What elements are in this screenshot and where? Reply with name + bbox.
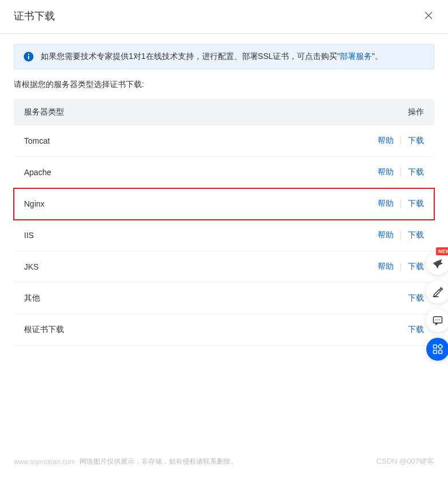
banner-text: 如果您需要技术专家提供1对1在线技术支持，进行配置、部署SSL证书，可点击购买"… <box>41 52 383 62</box>
svg-point-3 <box>28 54 29 55</box>
csdn-watermark: CSDN @007键客 <box>376 456 434 467</box>
download-link[interactable]: 下载 <box>401 262 424 272</box>
info-icon <box>23 52 34 62</box>
help-link[interactable]: 帮助 <box>371 262 401 272</box>
info-banner: 如果您需要技术专家提供1对1在线技术支持，进行配置、部署SSL证书，可点击购买"… <box>14 44 434 69</box>
close-icon <box>424 11 433 20</box>
actions-cell: 下载 <box>401 325 424 335</box>
server-type-cell: 其他 <box>24 293 401 303</box>
actions-cell: 帮助下载 <box>371 167 424 177</box>
server-type-cell: Nginx <box>24 199 371 208</box>
footer-note: 网络图片仅供展示，非存储，如有侵权请联系删除。 <box>80 457 237 467</box>
apps-icon <box>432 343 443 355</box>
help-link[interactable]: 帮助 <box>371 230 401 240</box>
table-row: 其他下载 <box>14 283 434 314</box>
svg-point-9 <box>439 319 441 321</box>
actions-cell: 下载 <box>401 293 424 303</box>
download-table: 服务器类型 操作 Tomcat帮助下载Apache帮助下载Nginx帮助下载II… <box>14 99 434 346</box>
download-link[interactable]: 下载 <box>401 293 424 303</box>
server-type-cell: 根证书下载 <box>24 325 401 335</box>
download-link[interactable]: 下载 <box>401 167 424 177</box>
table-row: Apache帮助下载 <box>14 157 434 188</box>
side-chat-button[interactable] <box>426 309 448 332</box>
svg-point-8 <box>437 319 438 321</box>
help-link[interactable]: 帮助 <box>371 136 401 146</box>
server-type-cell: Tomcat <box>24 136 371 145</box>
new-badge: NEW <box>436 247 448 255</box>
actions-cell: 帮助下载 <box>371 230 424 240</box>
th-action: 操作 <box>378 107 424 117</box>
server-type-cell: JKS <box>24 262 371 271</box>
chat-icon <box>432 315 443 326</box>
actions-cell: 帮助下载 <box>371 262 424 272</box>
download-link[interactable]: 下载 <box>401 199 424 209</box>
dialog-title: 证书下载 <box>14 9 55 23</box>
actions-cell: 帮助下载 <box>371 136 424 146</box>
footer-domain: www.toymoban.com <box>14 458 75 466</box>
close-button[interactable] <box>423 10 434 23</box>
help-link[interactable]: 帮助 <box>371 167 401 177</box>
svg-rect-10 <box>434 345 437 349</box>
table-header: 服务器类型 操作 <box>14 99 434 125</box>
svg-rect-12 <box>439 350 442 354</box>
th-server-type: 服务器类型 <box>24 107 378 117</box>
table-row: JKS帮助下载 <box>14 251 434 283</box>
table-row: Tomcat帮助下载 <box>14 125 434 157</box>
deploy-service-link[interactable]: 部署服务 <box>340 52 372 61</box>
table-row: Nginx帮助下载 <box>14 188 434 220</box>
bird-icon <box>431 257 444 270</box>
actions-cell: 帮助下载 <box>371 199 424 209</box>
side-bird-button[interactable]: NEW <box>426 252 448 275</box>
pencil-icon <box>432 286 443 298</box>
side-apps-button[interactable] <box>426 338 448 361</box>
download-link[interactable]: 下载 <box>401 230 424 240</box>
server-type-cell: Apache <box>24 168 371 177</box>
download-link[interactable]: 下载 <box>401 325 424 335</box>
svg-point-7 <box>435 319 437 321</box>
table-row: 根证书下载下载 <box>14 314 434 346</box>
side-edit-button[interactable] <box>426 281 448 303</box>
help-link[interactable]: 帮助 <box>371 199 401 209</box>
instruction-text: 请根据您的服务器类型选择证书下载: <box>0 80 448 90</box>
svg-rect-11 <box>434 350 437 354</box>
svg-rect-4 <box>28 56 29 60</box>
download-link[interactable]: 下载 <box>401 136 424 146</box>
table-row: IIS帮助下载 <box>14 220 434 251</box>
server-type-cell: IIS <box>24 231 371 240</box>
svg-rect-13 <box>438 344 442 349</box>
